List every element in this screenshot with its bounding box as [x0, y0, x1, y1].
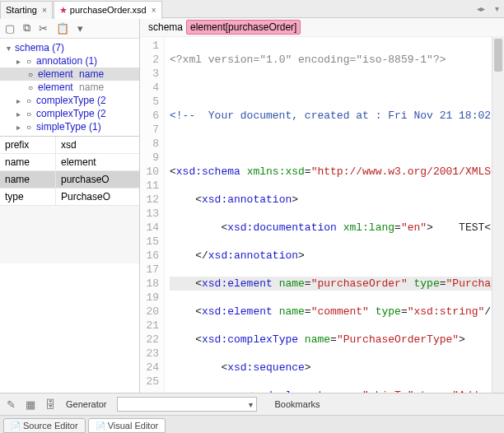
prop-key: name	[0, 154, 56, 170]
expand-icon[interactable]: ▸	[13, 123, 23, 132]
close-icon[interactable]: ×	[42, 6, 47, 15]
bullet-icon: ○	[23, 109, 35, 119]
tab-overflow-left-icon[interactable]: ◂▸	[472, 4, 490, 13]
tab-starting[interactable]: Starting ×	[0, 1, 53, 19]
vertical-scrollbar[interactable]	[492, 37, 504, 393]
outline-tree[interactable]: ▾ schema (7) ▸○ annotation (1) ○ element…	[0, 39, 139, 136]
tab-visual-editor[interactable]: 📄 Visual Editor	[88, 418, 166, 433]
bullet-icon: ○	[23, 123, 35, 132]
code-editor[interactable]: 12345 678910 1112131415 1617181920 21222…	[140, 37, 504, 393]
cut-icon[interactable]: ✂	[39, 22, 48, 35]
copy-icon[interactable]: ⧉	[23, 21, 30, 35]
tree-node-complextype[interactable]: ▸○ complexType (2	[0, 107, 139, 120]
status-toolbar: ✎ ▦ 🗄 Generator Bookmarks	[0, 393, 504, 415]
more-icon[interactable]: ▾	[77, 22, 83, 35]
bullet-icon: ○	[25, 83, 36, 92]
expand-icon[interactable]: ▸	[13, 96, 23, 105]
doc-icon: 📄	[11, 421, 21, 431]
expand-icon[interactable]: ▸	[13, 109, 23, 119]
left-panel: ▢ ⧉ ✂ 📋 ▾ ▾ schema (7) ▸○ annotation (1)…	[0, 18, 140, 393]
editor-panel: schema element[purchaseOrder] 12345 6789…	[140, 18, 504, 393]
prop-value: purchaseO	[56, 171, 139, 188]
expand-icon[interactable]: ▸	[13, 57, 23, 66]
property-table: prefix xsd name element name purchaseO t…	[0, 136, 139, 263]
tab-source-editor[interactable]: 📄 Source Editor	[3, 418, 86, 433]
tree-node-annotation[interactable]: ▸○ annotation (1)	[0, 54, 139, 68]
prop-value: xsd	[56, 137, 139, 153]
left-toolbar: ▢ ⧉ ✂ 📋 ▾	[0, 18, 139, 39]
breadcrumb[interactable]: schema element[purchaseOrder]	[140, 18, 504, 37]
tree-node-schema[interactable]: ▾ schema (7)	[0, 41, 139, 54]
grid-icon[interactable]: ▦	[26, 398, 35, 411]
bookmarks-label[interactable]: Bookmarks	[275, 399, 320, 409]
bullet-icon: ○	[23, 96, 35, 105]
collapse-icon[interactable]: ▾	[3, 44, 13, 53]
new-icon[interactable]: ▢	[5, 22, 15, 35]
prop-value: PurchaseO	[56, 189, 139, 205]
table-row-selected[interactable]: name purchaseO	[0, 171, 139, 189]
generator-combo[interactable]	[117, 397, 257, 412]
view-tabbar: 📄 Source Editor 📄 Visual Editor	[0, 415, 504, 433]
table-row[interactable]: name element	[0, 154, 139, 171]
modified-star-icon: ★	[59, 5, 68, 16]
file-tabbar: Starting × ★ purchaseOrder.xsd × ◂▸ ▾	[0, 0, 504, 18]
tree-node-element-selected[interactable]: ○ element name	[0, 68, 139, 81]
code-body[interactable]: <?xml version="1.0" encoding="iso-8859-1…	[165, 37, 492, 393]
line-gutter: 12345 678910 1112131415 1617181920 21222…	[140, 37, 165, 393]
tree-node-element[interactable]: ○ element name	[0, 81, 139, 94]
tab-purchaseorder[interactable]: ★ purchaseOrder.xsd ×	[54, 1, 162, 19]
scrollbar-thumb[interactable]	[494, 39, 502, 72]
tab-overflow-menu-icon[interactable]: ▾	[490, 4, 504, 13]
prop-key: prefix	[0, 137, 56, 153]
generator-label: Generator	[66, 399, 107, 409]
prop-value: element	[56, 154, 139, 170]
table-row[interactable]: prefix xsd	[0, 137, 139, 154]
doc-icon: 📄	[96, 421, 105, 431]
workspace: ▢ ⧉ ✂ 📋 ▾ ▾ schema (7) ▸○ annotation (1)…	[0, 18, 504, 393]
table-filler	[0, 206, 139, 263]
tree-node-simpletype[interactable]: ▸○ simpleType (1)	[0, 120, 139, 133]
paste-icon[interactable]: 📋	[56, 22, 69, 35]
tab-label: purchaseOrder.xsd	[70, 5, 147, 15]
pencil-icon[interactable]: ✎	[7, 398, 16, 411]
tree-node-complextype[interactable]: ▸○ complexType (2	[0, 94, 139, 107]
bullet-icon: ○	[23, 57, 35, 66]
database-icon[interactable]: 🗄	[45, 398, 56, 411]
prop-key: type	[0, 189, 56, 205]
breadcrumb-seg-current[interactable]: element[purchaseOrder]	[186, 20, 301, 35]
close-icon[interactable]: ×	[152, 6, 156, 15]
breadcrumb-seg[interactable]: schema	[145, 21, 186, 34]
prop-key: name	[0, 171, 56, 188]
table-row[interactable]: type PurchaseO	[0, 189, 139, 206]
bullet-icon: ○	[25, 70, 36, 79]
tab-label: Starting	[6, 5, 37, 15]
